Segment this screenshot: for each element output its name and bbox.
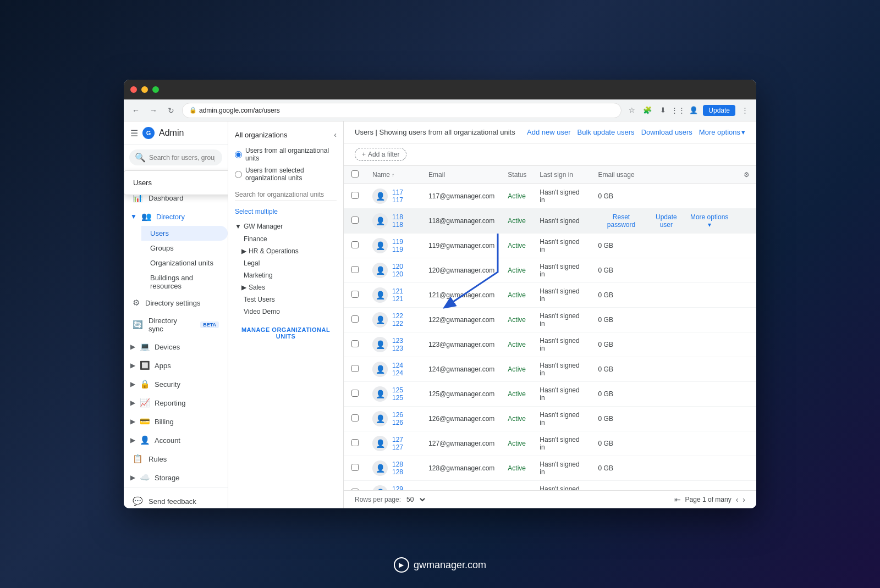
table-row[interactable]: 👤 129 129 129@gwmanager.com Active Hasn'… (344, 481, 756, 491)
table-row[interactable]: 👤 117 117 117@gwmanager.com Active Hasn'… (344, 184, 756, 209)
first-page-button[interactable]: ⇤ (674, 495, 681, 504)
forward-button[interactable]: → (147, 104, 160, 117)
user-name[interactable]: 122 122 (392, 312, 415, 328)
table-row[interactable]: 👤 126 126 126@gwmanager.com Active Hasn'… (344, 407, 756, 431)
sidebar-item-dir-sync[interactable]: 🔄 Directory sync BETA (124, 312, 228, 337)
download-icon[interactable]: ⬇ (657, 104, 669, 117)
more-options-button[interactable]: More options ▾ (699, 128, 745, 136)
table-row[interactable]: 👤 121 121 121@gwmanager.com Active Hasn'… (344, 283, 756, 308)
select-all-checkbox[interactable] (351, 170, 359, 177)
bookmark-icon[interactable]: ☆ (626, 104, 638, 117)
row-checkbox[interactable] (351, 439, 359, 446)
sidebar-item-security[interactable]: ▶ 🔒 Security (124, 375, 228, 393)
manage-org-button[interactable]: MANAGE ORGANIZATIONAL UNITS (235, 326, 337, 340)
user-name[interactable]: 119 119 (392, 238, 415, 253)
user-name[interactable]: 120 120 (392, 263, 415, 278)
table-row[interactable]: 👤 127 127 127@gwmanager.com Active Hasn'… (344, 431, 756, 456)
row-checkbox[interactable] (351, 340, 359, 347)
sidebar-item-dir-settings[interactable]: ⚙ Directory settings (124, 293, 228, 312)
menu-icon[interactable]: ⋮ (739, 104, 751, 117)
user-name[interactable]: 124 124 (392, 362, 415, 377)
user-name[interactable]: 128 128 (392, 461, 415, 476)
row-checkbox[interactable] (351, 217, 359, 224)
user-name[interactable]: 125 125 (392, 386, 415, 402)
url-bar[interactable]: 🔒 admin.google.com/ac/users (182, 103, 622, 118)
row-checkbox[interactable] (351, 315, 359, 323)
maximize-button[interactable] (152, 86, 159, 93)
table-row[interactable]: 👤 119 119 119@gwmanager.com Active Hasn'… (344, 234, 756, 258)
sidebar-item-groups[interactable]: Groups (141, 241, 228, 256)
table-row[interactable]: 👤 120 120 120@gwmanager.com Active Hasn'… (344, 258, 756, 283)
sidebar-item-billing[interactable]: ▶ 💳 Billing (124, 412, 228, 431)
user-name[interactable]: 127 127 (392, 436, 415, 451)
org-child-legal[interactable]: Legal (228, 257, 343, 269)
sidebar-item-directory[interactable]: ▼ 👥 Directory (124, 207, 228, 226)
row-checkbox[interactable] (351, 291, 359, 298)
profile-icon[interactable]: 👤 (688, 104, 700, 117)
search-input[interactable] (149, 154, 215, 162)
table-row[interactable]: 👤 123 123 123@gwmanager.com Active Hasn'… (344, 332, 756, 357)
update-user-button[interactable]: Update user (648, 213, 684, 229)
next-page-button[interactable]: › (743, 495, 745, 504)
update-button[interactable]: Update (703, 105, 735, 116)
add-filter-button[interactable]: + Add a filter (355, 148, 406, 161)
user-name[interactable]: 129 129 (392, 485, 415, 490)
row-checkbox[interactable] (351, 464, 359, 471)
reload-button[interactable]: ↻ (164, 104, 178, 117)
user-name[interactable]: 118 118 (392, 213, 415, 229)
select-multiple-link[interactable]: Select multiple (228, 206, 343, 218)
org-child-test-users[interactable]: Test Users (228, 293, 343, 306)
org-child-finance[interactable]: Finance (228, 233, 343, 245)
user-name[interactable]: 126 126 (392, 411, 415, 426)
row-checkbox[interactable] (351, 365, 359, 372)
row-checkbox[interactable] (351, 414, 359, 421)
reset-password-button[interactable]: Reset password (598, 213, 645, 229)
close-button[interactable] (130, 86, 137, 93)
row-checkbox[interactable] (351, 266, 359, 273)
table-row[interactable]: 👤 118 118 118@gwmanager.com Active Hasn'… (344, 209, 756, 234)
org-child-sales[interactable]: ▶ Sales (228, 281, 343, 293)
prev-page-button[interactable]: ‹ (736, 495, 739, 504)
radio-all-orgs[interactable]: Users from all organizational units (235, 145, 337, 164)
th-settings[interactable]: ⚙ (737, 166, 756, 184)
hamburger-icon[interactable]: ☰ (130, 128, 138, 138)
sidebar-item-buildings[interactable]: Buildings and resources (141, 270, 228, 293)
org-child-video-demo[interactable]: Video Demo (228, 306, 343, 318)
rows-per-page-select[interactable]: 50 25 100 (404, 495, 427, 504)
extension-icon[interactable]: 🧩 (641, 104, 653, 117)
org-root[interactable]: ▼ GW Manager (228, 220, 343, 233)
sidebar-item-apps[interactable]: ▶ 🔲 Apps (124, 356, 228, 375)
row-checkbox[interactable] (351, 241, 359, 248)
sidebar-item-account[interactable]: ▶ 👤 Account (124, 431, 228, 450)
send-feedback-item[interactable]: 💬 Send feedback (124, 492, 228, 508)
row-checkbox[interactable] (351, 192, 359, 199)
table-row[interactable]: 👤 122 122 122@gwmanager.com Active Hasn'… (344, 308, 756, 332)
add-new-user-button[interactable]: Add new user (527, 128, 571, 136)
org-child-marketing[interactable]: Marketing (228, 269, 343, 281)
org-child-hr[interactable]: ▶ HR & Operations (228, 245, 343, 257)
search-bar[interactable]: 🔍 Users (129, 149, 222, 165)
minimize-button[interactable] (141, 86, 148, 93)
download-users-button[interactable]: Download users (641, 128, 692, 136)
table-row[interactable]: 👤 124 124 124@gwmanager.com Active Hasn'… (344, 357, 756, 382)
sidebar-item-reporting[interactable]: ▶ 📈 Reporting (124, 393, 228, 412)
row-checkbox[interactable] (351, 390, 359, 397)
apps-icon[interactable]: ⋮⋮ (672, 104, 684, 117)
user-name[interactable]: 123 123 (392, 337, 415, 352)
sidebar-item-rules[interactable]: 📋 Rules (124, 450, 228, 468)
sidebar-item-storage[interactable]: ▶ ☁️ Storage (124, 468, 228, 487)
back-button[interactable]: ← (129, 104, 142, 117)
table-row[interactable]: 👤 128 128 128@gwmanager.com Active Hasn'… (344, 456, 756, 481)
org-search-input[interactable] (235, 188, 337, 201)
sidebar-item-devices[interactable]: ▶ 💻 Devices (124, 337, 228, 356)
search-dropdown-item-users[interactable]: Users (124, 175, 228, 190)
org-collapse-button[interactable]: ‹ (334, 130, 337, 139)
bulk-update-button[interactable]: Bulk update users (578, 128, 635, 136)
more-row-options-button[interactable]: More options ▾ (688, 213, 730, 229)
user-name[interactable]: 117 117 (392, 188, 415, 204)
table-row[interactable]: 👤 125 125 125@gwmanager.com Active Hasn'… (344, 382, 756, 407)
sidebar-item-org-units[interactable]: Organizational units (141, 256, 228, 270)
radio-selected-orgs[interactable]: Users from selected organizational units (235, 164, 337, 184)
user-name[interactable]: 121 121 (392, 287, 415, 303)
sidebar-item-users[interactable]: Users (141, 226, 228, 241)
